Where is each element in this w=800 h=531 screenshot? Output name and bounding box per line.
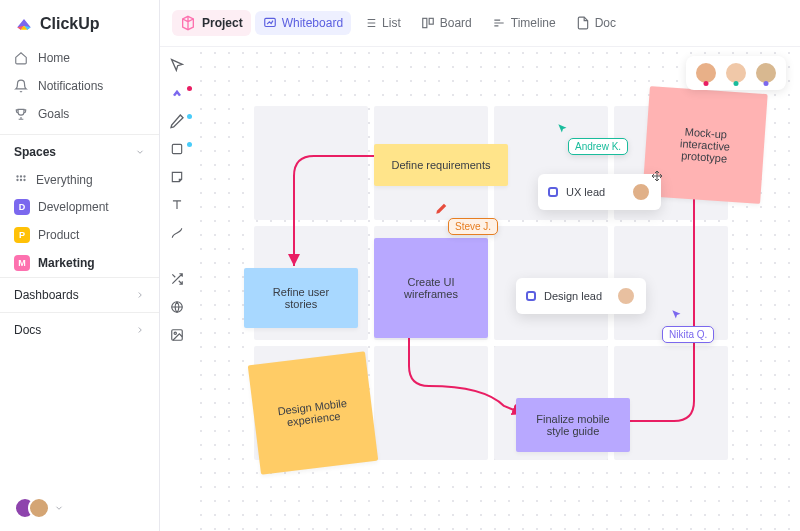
- svg-point-3: [17, 179, 18, 180]
- space-badge: D: [14, 199, 30, 215]
- list-icon: [363, 16, 377, 30]
- svg-point-0: [17, 176, 18, 177]
- tool-shuffle[interactable]: [168, 270, 186, 288]
- tool-web[interactable]: [168, 298, 186, 316]
- note-define[interactable]: Define requirements: [374, 144, 508, 186]
- space-product[interactable]: PProduct: [0, 221, 159, 249]
- avatar: [616, 286, 636, 306]
- trophy-icon: [14, 107, 28, 121]
- cursor-icon: [670, 308, 684, 322]
- tool-pointer[interactable]: [168, 56, 186, 74]
- nav-goals[interactable]: Goals: [0, 100, 159, 128]
- task-design-lead[interactable]: Design lead: [516, 278, 646, 314]
- home-icon: [14, 51, 28, 65]
- space-badge: P: [14, 227, 30, 243]
- tool-sticky[interactable]: [168, 168, 186, 186]
- topbar: Project Whiteboard List Board Timeline D…: [160, 0, 800, 47]
- presence-bar[interactable]: [686, 56, 786, 90]
- space-marketing[interactable]: MMarketing: [0, 249, 159, 277]
- bell-icon: [14, 79, 28, 93]
- user-switcher[interactable]: [0, 485, 159, 531]
- tool-clickup[interactable]: [168, 84, 186, 102]
- logo: ClickUp: [0, 0, 159, 44]
- brand-text: ClickUp: [40, 15, 100, 33]
- view-timeline[interactable]: Timeline: [484, 11, 564, 35]
- board-icon: [421, 16, 435, 30]
- space-everything[interactable]: Everything: [0, 167, 159, 193]
- whiteboard-canvas[interactable]: Define requirements Refine user stories …: [194, 46, 800, 531]
- cursor-label-andrew: Andrew K.: [568, 138, 628, 155]
- nav-notifications[interactable]: Notifications: [0, 72, 159, 100]
- sidebar: ClickUp Home Notifications Goals Spaces …: [0, 0, 160, 531]
- note-mobile-exp[interactable]: Design Mobile experience: [248, 351, 379, 475]
- note-wireframes[interactable]: Create UI wireframes: [374, 238, 488, 338]
- status-box: [526, 291, 536, 301]
- svg-point-2: [24, 176, 25, 177]
- view-list[interactable]: List: [355, 11, 409, 35]
- tool-text[interactable]: [168, 196, 186, 214]
- view-board[interactable]: Board: [413, 11, 480, 35]
- whiteboard-icon: [263, 16, 277, 30]
- svg-rect-7: [423, 18, 427, 27]
- task-ux-lead[interactable]: UX lead: [538, 174, 661, 210]
- presence-avatar: [754, 61, 778, 85]
- note-finalize[interactable]: Finalize mobile style guide: [516, 398, 630, 452]
- svg-rect-9: [172, 144, 181, 153]
- doc-icon: [576, 16, 590, 30]
- chevron-down-icon: [135, 147, 145, 157]
- svg-point-4: [20, 179, 21, 180]
- chevron-down-icon: [54, 503, 64, 513]
- pencil-icon: [434, 202, 448, 216]
- spaces-header[interactable]: Spaces: [0, 134, 159, 167]
- presence-avatar: [694, 61, 718, 85]
- note-refine[interactable]: Refine user stories: [244, 268, 358, 328]
- box-icon: [180, 15, 196, 31]
- tool-strip: [160, 46, 194, 344]
- nav-home[interactable]: Home: [0, 44, 159, 72]
- dashboards-section[interactable]: Dashboards: [0, 277, 159, 312]
- project-chip[interactable]: Project: [172, 10, 251, 36]
- svg-point-12: [174, 332, 176, 334]
- svg-point-1: [20, 176, 21, 177]
- clickup-logo-icon: [14, 14, 34, 34]
- cursor-label-steve: Steve J.: [448, 218, 498, 235]
- view-whiteboard[interactable]: Whiteboard: [255, 11, 351, 35]
- cursor-label-nikita: Nikita Q.: [662, 326, 714, 343]
- note-mockup[interactable]: Mock-up interactive prototype: [642, 86, 767, 204]
- avatar: [631, 182, 651, 202]
- timeline-icon: [492, 16, 506, 30]
- svg-rect-8: [429, 18, 433, 24]
- tool-connector[interactable]: [168, 224, 186, 242]
- presence-avatar: [724, 61, 748, 85]
- grid-icon: [14, 173, 28, 187]
- tool-shape[interactable]: [168, 140, 186, 158]
- space-development[interactable]: DDevelopment: [0, 193, 159, 221]
- main: Project Whiteboard List Board Timeline D…: [160, 0, 800, 531]
- tool-image[interactable]: [168, 326, 186, 344]
- tool-pen[interactable]: [168, 112, 186, 130]
- cursor-icon: [556, 122, 570, 136]
- view-doc[interactable]: Doc: [568, 11, 624, 35]
- status-box: [548, 187, 558, 197]
- chevron-right-icon: [135, 325, 145, 335]
- docs-section[interactable]: Docs: [0, 312, 159, 347]
- move-icon: [651, 170, 663, 182]
- chevron-right-icon: [135, 290, 145, 300]
- avatar: [28, 497, 50, 519]
- svg-point-5: [24, 179, 25, 180]
- space-badge: M: [14, 255, 30, 271]
